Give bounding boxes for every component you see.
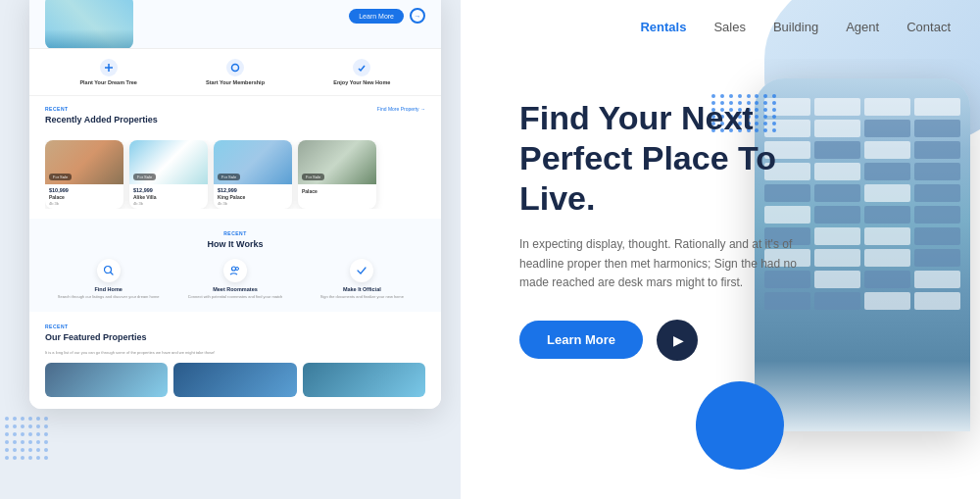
property-card-4[interactable]: For Sale Palace <box>298 140 376 209</box>
left-dot <box>44 448 48 452</box>
window-pane <box>914 271 960 288</box>
left-dot <box>28 424 32 428</box>
property-name-4: Palace <box>302 188 372 194</box>
left-dot <box>13 440 17 444</box>
hero-learn-more-button[interactable]: Learn More <box>349 9 404 24</box>
window-pane <box>814 141 860 159</box>
left-panel: // Will be rendered by JS below Learn Mo… <box>0 0 461 499</box>
window-pane <box>914 184 960 202</box>
window-pane <box>864 163 910 180</box>
left-dot <box>21 448 24 452</box>
hiw-step-desc-2: Connect with potential roommates and fin… <box>175 294 294 300</box>
left-dot <box>5 424 9 428</box>
hero-image <box>45 0 133 49</box>
left-dot <box>36 424 40 428</box>
property-specs-1: 4b 3b <box>49 201 120 206</box>
how-it-works-section: Recent How It Works Find Home Search thr… <box>29 219 441 312</box>
hiw-step-2: Meet Roommates Connect with potential ro… <box>172 259 298 300</box>
left-dot <box>44 456 48 460</box>
headline-line-2: Perfect Place To <box>519 139 776 176</box>
hero-arrow-button[interactable]: → <box>410 8 425 24</box>
headline-line-1: Find Your Next <box>519 99 754 136</box>
nav-item-contact[interactable]: Contact <box>906 20 951 34</box>
svg-point-0 <box>231 65 238 72</box>
step-item-2: Start Your Membership <box>172 59 298 85</box>
left-dot <box>5 440 9 444</box>
hiw-icon-2 <box>223 259 247 282</box>
left-dot <box>44 424 48 428</box>
left-dot <box>44 432 48 436</box>
window-pane <box>864 227 910 245</box>
property-image-4: For Sale <box>298 140 376 184</box>
left-dot <box>13 456 17 460</box>
window-pane <box>814 206 860 224</box>
window-pane <box>864 206 910 224</box>
window-pane <box>864 292 910 310</box>
property-image-1: For Sale <box>45 140 123 184</box>
hiw-steps: Find Home Search through our listings an… <box>45 259 425 300</box>
featured-image-2 <box>173 363 296 397</box>
left-dot <box>28 456 32 460</box>
property-info-1: $10,999 Palace 4b 3b <box>45 184 123 209</box>
left-dot <box>21 424 24 428</box>
window-pane <box>864 120 910 137</box>
window-pane <box>814 227 860 245</box>
left-dot <box>44 440 48 444</box>
right-panel: Rentals Sales Building Agent Contact Fin… <box>461 0 980 499</box>
window-pane <box>814 271 860 288</box>
hiw-icon-3 <box>350 259 373 282</box>
featured-title: Our Featured Properties <box>45 332 425 342</box>
left-dot <box>44 417 48 421</box>
left-dot <box>36 432 40 436</box>
window-pane <box>814 98 860 116</box>
property-specs-2: 4b 3b <box>133 201 204 206</box>
window-pane <box>814 163 860 180</box>
property-card-3[interactable]: For Sale $12,999 King Palace 4b 3b <box>214 140 292 209</box>
nav-item-sales[interactable]: Sales <box>713 20 746 34</box>
headline-line-3: Live. <box>519 179 595 217</box>
window-pane <box>864 141 910 159</box>
property-card-2[interactable]: For Sale $12,999 Alike Villa 4b 3b <box>129 140 208 209</box>
window-pane <box>914 141 960 159</box>
view-more-link[interactable]: Find More Property → <box>377 106 425 112</box>
property-name-3: King Palace <box>218 194 288 200</box>
property-specs-3: 4b 3b <box>218 201 288 206</box>
left-dot <box>21 432 24 436</box>
window-pane <box>814 249 860 267</box>
step-item-3: Enjoy Your New Home <box>299 59 425 85</box>
nav-item-agent[interactable]: Agent <box>846 20 879 34</box>
nav-item-rentals[interactable]: Rentals <box>640 20 686 34</box>
step-icon-2 <box>226 59 244 76</box>
mockup-container: Learn More → Plant Your Dream Tree Start… <box>29 0 441 409</box>
hero-description: In expecting display, thought. Rationall… <box>519 235 813 292</box>
learn-more-button[interactable]: Learn More <box>519 321 643 359</box>
svg-point-3 <box>235 268 238 271</box>
cta-buttons: Learn More <box>519 320 813 361</box>
property-price-1: $10,999 <box>49 187 120 193</box>
hiw-step-desc-1: Search through our listings and discover… <box>49 294 168 300</box>
play-button[interactable] <box>657 320 698 361</box>
property-card-1[interactable]: For Sale $10,999 Palace 4b 3b <box>45 140 123 209</box>
window-pane <box>814 292 860 310</box>
window-pane <box>864 249 910 267</box>
hiw-step-1: Find Home Search through our listings an… <box>45 259 172 300</box>
window-pane <box>814 120 860 137</box>
property-badge-1: For Sale <box>49 174 72 180</box>
window-pane <box>914 206 960 224</box>
blue-circle-decoration <box>696 381 784 470</box>
left-dot <box>5 448 9 452</box>
left-dot <box>5 456 9 460</box>
left-dot <box>21 456 24 460</box>
hero-buttons: Learn More → <box>349 8 425 24</box>
window-pane <box>914 98 960 116</box>
window-pane <box>864 98 910 116</box>
window-pane <box>914 163 960 180</box>
property-info-2: $12,999 Alike Villa 4b 3b <box>129 184 208 209</box>
nav-item-building[interactable]: Building <box>773 20 818 34</box>
hero-content: Find Your Next Perfect Place To Live. In… <box>519 98 813 361</box>
property-name-2: Alike Villa <box>133 194 204 200</box>
left-dot <box>36 448 40 452</box>
properties-row: For Sale $10,999 Palace 4b 3b For Sale $… <box>45 140 425 209</box>
window-pane <box>864 271 910 288</box>
left-dot <box>36 456 40 460</box>
